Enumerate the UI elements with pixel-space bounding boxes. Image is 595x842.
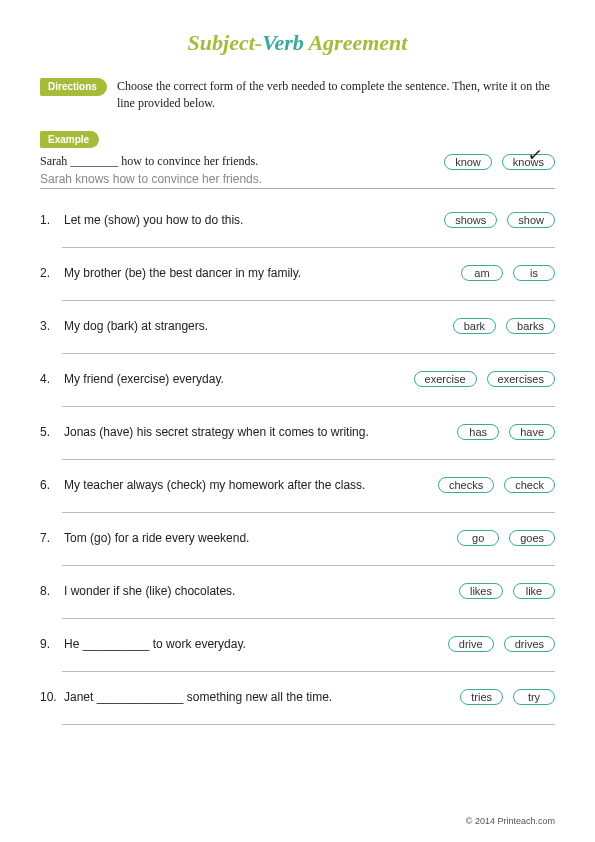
- question-row: 2.My brother (be) the best dancer in my …: [40, 254, 555, 285]
- choice-b: drives: [504, 636, 555, 652]
- question-choices: barkbarks: [453, 318, 555, 334]
- question-choices: exerciseexercises: [414, 371, 555, 387]
- question-choices: showsshow: [444, 212, 555, 228]
- question-row: 3.My dog (bark) at strangers.barkbarks: [40, 307, 555, 338]
- question-row: 6.My teacher always (check) my homework …: [40, 466, 555, 497]
- question-text: My teacher always (check) my homework af…: [64, 478, 432, 492]
- question-row: 4.My friend (exercise) everyday.exercise…: [40, 360, 555, 391]
- title-part1: Subject-: [188, 30, 263, 55]
- question-number: 8.: [40, 584, 58, 598]
- answer-line: [62, 501, 555, 513]
- question-choices: checkscheck: [438, 477, 555, 493]
- question-number: 3.: [40, 319, 58, 333]
- question-block: 3.My dog (bark) at strangers.barkbarks: [40, 307, 555, 354]
- choice-a: checks: [438, 477, 494, 493]
- directions-badge: Directions: [40, 78, 107, 96]
- question-block: 6.My teacher always (check) my homework …: [40, 466, 555, 513]
- title-part2: Verb: [262, 30, 304, 55]
- question-text: Let me (show) you how to do this.: [64, 213, 438, 227]
- title-part3: Agreement: [304, 30, 408, 55]
- choice-a: go: [457, 530, 499, 546]
- choice-b: is: [513, 265, 555, 281]
- question-text: Jonas (have) his secret strategy when it…: [64, 425, 451, 439]
- question-choices: likeslike: [459, 583, 555, 599]
- question-number: 1.: [40, 213, 58, 227]
- question-block: 1.Let me (show) you how to do this.shows…: [40, 201, 555, 248]
- question-text: My dog (bark) at strangers.: [64, 319, 447, 333]
- page-title: Subject-Verb Agreement: [40, 30, 555, 56]
- choice-a: exercise: [414, 371, 477, 387]
- choice-b: exercises: [487, 371, 555, 387]
- choice-b: try: [513, 689, 555, 705]
- checkmark-icon: ✓: [527, 143, 545, 167]
- answer-line: [62, 713, 555, 725]
- answer-line: [62, 395, 555, 407]
- question-choices: gogoes: [457, 530, 555, 546]
- choice-b: goes: [509, 530, 555, 546]
- choice-a: tries: [460, 689, 503, 705]
- question-number: 7.: [40, 531, 58, 545]
- question-block: 5.Jonas (have) his secret strategy when …: [40, 413, 555, 460]
- choice-a: shows: [444, 212, 497, 228]
- choice-b: like: [513, 583, 555, 599]
- question-text: He __________ to work everyday.: [64, 637, 442, 651]
- example-block: Example Sarah ________ how to convince h…: [40, 131, 555, 189]
- choice-b: show: [507, 212, 555, 228]
- question-choices: amis: [461, 265, 555, 281]
- answer-line: [62, 289, 555, 301]
- question-row: 1.Let me (show) you how to do this.shows…: [40, 201, 555, 232]
- question-row: 5.Jonas (have) his secret strategy when …: [40, 413, 555, 444]
- question-text: Janet _____________ something new all th…: [64, 690, 454, 704]
- question-list: 1.Let me (show) you how to do this.shows…: [40, 201, 555, 725]
- example-choices: know knows ✓: [444, 154, 555, 170]
- answer-line: [62, 342, 555, 354]
- example-choice-a: know: [444, 154, 492, 170]
- footer-copyright: © 2014 Printeach.com: [466, 816, 555, 826]
- answer-line: [62, 448, 555, 460]
- choice-a: drive: [448, 636, 494, 652]
- question-row: 7.Tom (go) for a ride every weekend.gogo…: [40, 519, 555, 550]
- question-text: My friend (exercise) everyday.: [64, 372, 408, 386]
- question-block: 7.Tom (go) for a ride every weekend.gogo…: [40, 519, 555, 566]
- question-block: 4.My friend (exercise) everyday.exercise…: [40, 360, 555, 407]
- question-block: 8.I wonder if she (like) chocolates.like…: [40, 572, 555, 619]
- question-row: 8.I wonder if she (like) chocolates.like…: [40, 572, 555, 603]
- answer-line: [62, 607, 555, 619]
- question-number: 9.: [40, 637, 58, 651]
- choice-a: likes: [459, 583, 503, 599]
- question-row: 10.Janet _____________ something new all…: [40, 678, 555, 709]
- question-block: 10.Janet _____________ something new all…: [40, 678, 555, 725]
- example-badge: Example: [40, 131, 99, 148]
- choice-b: check: [504, 477, 555, 493]
- question-number: 2.: [40, 266, 58, 280]
- directions-row: Directions Choose the correct form of th…: [40, 78, 555, 113]
- directions-text: Choose the correct form of the verb need…: [117, 78, 555, 113]
- question-text: Tom (go) for a ride every weekend.: [64, 531, 451, 545]
- question-number: 6.: [40, 478, 58, 492]
- choice-a: bark: [453, 318, 496, 334]
- question-block: 2.My brother (be) the best dancer in my …: [40, 254, 555, 301]
- answer-line: [62, 660, 555, 672]
- choice-b: barks: [506, 318, 555, 334]
- question-text: I wonder if she (like) chocolates.: [64, 584, 453, 598]
- answer-line: [62, 236, 555, 248]
- question-number: 4.: [40, 372, 58, 386]
- question-choices: triestry: [460, 689, 555, 705]
- question-choices: drivedrives: [448, 636, 555, 652]
- question-choices: hashave: [457, 424, 555, 440]
- question-text: My brother (be) the best dancer in my fa…: [64, 266, 455, 280]
- choice-a: has: [457, 424, 499, 440]
- choice-b: have: [509, 424, 555, 440]
- example-sentence: Sarah ________ how to convince her frien…: [40, 154, 258, 169]
- answer-line: [62, 554, 555, 566]
- choice-a: am: [461, 265, 503, 281]
- question-row: 9.He __________ to work everyday.drivedr…: [40, 625, 555, 656]
- question-block: 9.He __________ to work everyday.drivedr…: [40, 625, 555, 672]
- question-number: 10.: [40, 690, 58, 704]
- question-number: 5.: [40, 425, 58, 439]
- example-answer: Sarah knows how to convince her friends.: [40, 172, 555, 189]
